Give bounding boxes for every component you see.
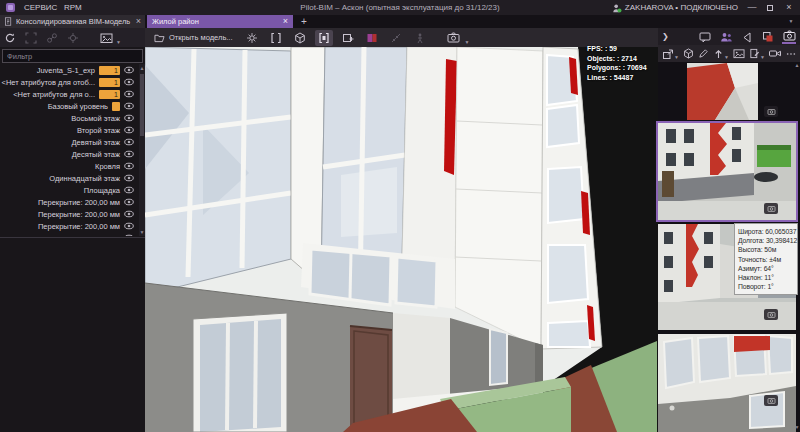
chevron-down-icon: ▼ (674, 54, 679, 62)
tooltip-tilt: Наклон: 11° (738, 273, 794, 282)
photo-camera-icon (764, 106, 778, 117)
photos-toolbar: ▼ ▼ ▼ (658, 45, 800, 62)
walkthrough-icon[interactable] (411, 30, 429, 46)
cursor-icon[interactable] (740, 30, 754, 44)
appearance-icon[interactable] (363, 30, 381, 46)
comment-icon[interactable] (698, 30, 712, 44)
tree-item[interactable]: Восьмой этаж (0, 112, 139, 124)
tree-item[interactable]: Перекрытие: 200,00 мм (0, 196, 139, 208)
tree-item[interactable]: Площадка (0, 184, 139, 196)
video-camera-icon[interactable] (769, 47, 781, 61)
tab-row: Консолидированная BIM-модель × Жилой рай… (0, 15, 800, 28)
scrollbar-thumb[interactable] (140, 74, 144, 136)
tree-item[interactable]: Перекрытие: 200,00 мм (0, 220, 139, 232)
camera-icon[interactable] (782, 30, 796, 44)
tree-item[interactable]: Второй этаж (0, 124, 139, 136)
cube-3d-icon[interactable] (291, 30, 309, 46)
tooltip-azimuth: Азимут: 64° (738, 264, 794, 273)
tree-item[interactable]: Кровля (0, 160, 139, 172)
pencil-icon[interactable] (698, 47, 709, 61)
image-icon[interactable] (99, 31, 113, 45)
tree-item[interactable]: Перекрытие: 200,00 мм (0, 208, 139, 220)
minimize-button[interactable]: — (744, 0, 760, 15)
measure-icon[interactable] (387, 30, 405, 46)
frame-select-icon[interactable] (24, 31, 38, 45)
expand-panel-icon[interactable]: ❯ (662, 32, 669, 41)
tooltip-accuracy: Точность: ±4м (738, 255, 794, 264)
tree-item[interactable]: <Нет атрибутов для отоб...1 (0, 76, 139, 88)
tab-consolidated-bim-model[interactable]: Консолидированная BIM-модель × (0, 15, 145, 28)
stat-objects: Objects: : 2714 (587, 54, 657, 64)
tree-item[interactable]: Перекрытие: 200,00 мм (0, 232, 139, 236)
title-bar: СЕРВИС RPM Pilot-BIM – Аскон (опытная эк… (0, 0, 800, 15)
viewport-toolbar: Открыть модель... ▼ (145, 28, 660, 47)
tooltip-altitude: Высота: 50м (738, 245, 794, 254)
doc-edit-icon[interactable] (749, 47, 760, 61)
tooltip-longitude: Долгота: 30,398412 (738, 236, 794, 245)
eye-icon[interactable] (124, 186, 134, 194)
scroll-up-icon[interactable]: ▲ (794, 62, 800, 68)
tree-item[interactable]: <Нет атрибутов для о...1 (0, 88, 139, 100)
eye-icon[interactable] (124, 234, 134, 236)
eye-icon[interactable] (124, 162, 134, 170)
user-status[interactable]: ZAKHAROVA • ПОДКЛЮЧЕНО (612, 0, 738, 15)
eye-icon[interactable] (124, 222, 134, 230)
photo-thumbnail[interactable] (658, 334, 796, 432)
layers-red-icon[interactable] (761, 30, 775, 44)
eye-icon[interactable] (124, 90, 134, 98)
scroll-down-icon[interactable]: ▼ (794, 424, 800, 430)
eye-icon[interactable] (124, 78, 134, 86)
close-button[interactable]: × (781, 0, 797, 15)
photo-thumbnail-selected[interactable] (658, 123, 796, 220)
open-model-button[interactable]: Открыть модель... (150, 31, 237, 45)
target-icon[interactable] (66, 31, 80, 45)
image-icon[interactable] (733, 47, 745, 61)
tab-close-icon[interactable]: × (283, 15, 288, 28)
tree-item[interactable]: Базовый уровень (0, 100, 139, 112)
screenshot-camera-icon[interactable] (445, 30, 463, 46)
tab-zhiloy-rayon[interactable]: Жилой район × (147, 15, 293, 28)
render-stats-overlay: FPS: : 59 Objects: : 2714 Polygons: : 70… (587, 44, 657, 82)
model-3d-scene[interactable] (145, 47, 660, 432)
eye-icon[interactable] (124, 102, 134, 110)
chevron-down-icon: ▼ (724, 54, 729, 62)
sync-icon[interactable] (3, 31, 17, 45)
tab-label: Жилой район (152, 17, 280, 26)
status-badge: 1 (99, 78, 120, 87)
up-arrow-icon[interactable] (713, 47, 724, 61)
fit-frame-icon[interactable] (267, 30, 285, 46)
link-icon[interactable] (45, 31, 59, 45)
more-icon[interactable] (785, 47, 796, 61)
tab-close-icon[interactable]: × (136, 15, 141, 28)
eye-icon[interactable] (124, 114, 134, 122)
add-view-icon[interactable] (339, 30, 357, 46)
clip-volume-icon[interactable] (315, 30, 333, 46)
eye-icon[interactable] (124, 138, 134, 146)
model-tree: Juventa_S-1_exp1 <Нет атрибутов для отоб… (0, 64, 139, 236)
eye-icon[interactable] (124, 66, 134, 74)
folder-open-icon (154, 33, 165, 43)
eye-icon[interactable] (124, 174, 134, 182)
filter-input[interactable] (2, 49, 143, 63)
document-icon (4, 17, 13, 26)
tree-item[interactable]: Десятый этаж (0, 148, 139, 160)
cube-icon[interactable] (683, 47, 694, 61)
eye-icon[interactable] (124, 150, 134, 158)
chevron-down-icon: ▼ (465, 39, 470, 47)
tree-item[interactable]: Девятый этаж (0, 136, 139, 148)
user-label: ZAKHAROVA • ПОДКЛЮЧЕНО (625, 0, 738, 15)
eye-icon[interactable] (124, 126, 134, 134)
tree-item[interactable]: Одиннадцатый этаж (0, 172, 139, 184)
eye-icon[interactable] (124, 198, 134, 206)
gear-icon[interactable] (243, 30, 261, 46)
chevron-down-icon[interactable]: ▼ (784, 15, 798, 28)
people-icon[interactable] (719, 30, 733, 44)
tab-label: Консолидированная BIM-модель (16, 17, 133, 26)
photo-thumbnail[interactable] (658, 63, 796, 123)
tree-item[interactable]: Juventa_S-1_exp1 (0, 64, 139, 76)
new-tab-button[interactable]: + (297, 15, 311, 28)
maximize-button[interactable] (762, 0, 778, 15)
photos-panel-header: ❯ (658, 28, 800, 45)
export-box-icon[interactable] (662, 47, 674, 61)
eye-icon[interactable] (124, 210, 134, 218)
